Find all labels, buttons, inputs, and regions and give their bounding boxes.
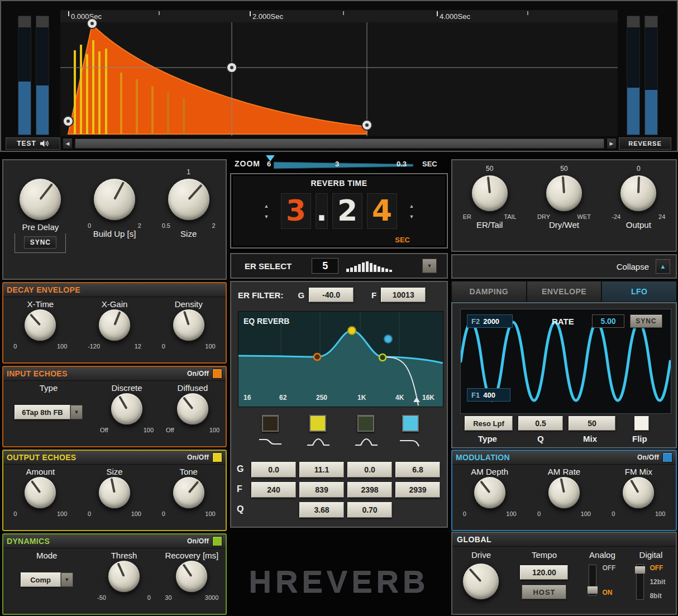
eq-band2-color-button[interactable]	[309, 415, 326, 432]
build-up-knob[interactable]	[93, 178, 136, 221]
collapse-label: Collapse	[617, 262, 649, 271]
band2-gain-field[interactable]: 11.1	[299, 462, 344, 477]
reverb-time-down-right-button[interactable]: ▼	[407, 213, 416, 220]
lfo-rate-field[interactable]: 5.00	[592, 314, 624, 328]
am-rate-knob[interactable]	[548, 476, 580, 509]
er-select-dropdown-button[interactable]: ▼	[422, 259, 437, 273]
digital-8bit-label[interactable]: 8bit	[650, 592, 665, 600]
lfo-mix-field[interactable]: 50	[569, 416, 615, 431]
low-shelf-filter-icon[interactable]	[258, 436, 283, 447]
lfo-flip-toggle[interactable]	[634, 416, 649, 431]
tempo-field[interactable]: 120.00	[520, 565, 568, 580]
digital-toggle[interactable]	[636, 564, 644, 600]
fm-mix-knob[interactable]	[622, 476, 655, 509]
eq-title: EQ REVERB	[243, 317, 289, 326]
input-echoes-toggle[interactable]	[212, 369, 222, 379]
collapse-button[interactable]: ▲	[656, 259, 670, 274]
er-select-value[interactable]: 5	[312, 258, 338, 274]
predelay-sync-button[interactable]: SYNC	[24, 236, 56, 249]
thresh-knob[interactable]	[108, 560, 140, 593]
dry-wet-knob[interactable]	[546, 175, 582, 212]
band3-q-field[interactable]: 0.70	[347, 502, 392, 518]
echo-type-dropdown-arrow[interactable]: ▼	[70, 405, 83, 419]
eq-band1-color-button[interactable]	[262, 415, 279, 432]
diffused-knob[interactable]	[176, 393, 209, 425]
dynamics-onoff-label: On/Off	[187, 537, 209, 545]
mode-dropdown[interactable]: Comp	[21, 572, 61, 587]
tab-lfo[interactable]: LFO	[601, 281, 677, 302]
band1-freq-field[interactable]: 240	[251, 482, 296, 498]
band4-gain-field[interactable]: 6.8	[395, 462, 440, 477]
eq-band3-color-button[interactable]	[357, 415, 374, 432]
zoom-scale[interactable]	[274, 161, 413, 170]
bell-filter-icon[interactable]	[306, 436, 331, 447]
eq-band3-handle[interactable]	[379, 354, 386, 361]
eq-freq-4k: 4K	[395, 394, 404, 402]
lfo-sync-button[interactable]: SYNC	[630, 314, 662, 328]
recovery-knob[interactable]	[175, 560, 208, 593]
reverb-time-up-left-button[interactable]: ▲	[262, 202, 271, 209]
digital-toggle-handle[interactable]	[634, 566, 646, 574]
reverb-time-digit-2[interactable]: 2	[332, 193, 362, 229]
am-depth-knob[interactable]	[474, 476, 506, 509]
analog-off-label[interactable]: OFF	[602, 564, 615, 572]
band2-freq-field[interactable]: 839	[299, 482, 344, 498]
scroll-right-button[interactable]: ▶	[607, 138, 617, 149]
host-button[interactable]: HOST	[522, 585, 566, 599]
dynamics-toggle[interactable]	[212, 536, 222, 546]
tab-envelope[interactable]: ENVELOPE	[527, 281, 602, 302]
lfo-f2-field[interactable]: F22000	[467, 314, 513, 328]
digital-off-label[interactable]: OFF	[650, 564, 665, 572]
eq-band4-handle[interactable]	[384, 335, 392, 343]
band1-gain-field[interactable]: 0.0	[251, 462, 296, 477]
output-knob[interactable]	[620, 175, 657, 212]
band2-q-field[interactable]: 3.68	[299, 502, 344, 518]
reverb-time-digit-1[interactable]: 3	[281, 193, 311, 229]
oe-size-knob[interactable]	[98, 476, 131, 509]
er-tail-knob[interactable]	[471, 175, 508, 212]
lfo-type-dropdown[interactable]: Reso Lpf	[465, 416, 513, 431]
eq-band4-color-button[interactable]	[402, 415, 419, 432]
tab-damping[interactable]: DAMPING	[451, 281, 527, 302]
low-pass-filter-icon[interactable]	[399, 436, 423, 447]
band3-freq-field[interactable]: 2398	[347, 482, 392, 498]
pre-delay-knob[interactable]	[19, 178, 61, 221]
mode-dropdown-arrow[interactable]: ▼	[61, 572, 73, 587]
eq-band1-handle[interactable]	[314, 354, 321, 360]
dynamics-title: DYNAMICS	[7, 537, 50, 546]
test-button[interactable]: TEST	[6, 137, 60, 150]
x-time-knob[interactable]	[24, 309, 56, 341]
size-knob[interactable]	[168, 178, 210, 221]
echo-type-dropdown[interactable]: 6Tap 8th FB	[15, 405, 70, 419]
tone-knob[interactable]	[173, 476, 205, 509]
analog-on-label[interactable]: ON	[602, 589, 615, 596]
scroll-left-button[interactable]: ◀	[63, 138, 73, 149]
band3-gain-field[interactable]: 0.0	[347, 462, 392, 477]
x-gain-knob[interactable]	[98, 309, 131, 341]
envelope-scrollbar[interactable]	[74, 138, 605, 149]
analog-toggle[interactable]	[589, 565, 596, 596]
reverse-button[interactable]: REVERSE	[619, 137, 671, 150]
amount-knob[interactable]	[24, 476, 56, 509]
bell-filter-2-icon[interactable]	[354, 436, 379, 447]
output-echoes-toggle[interactable]	[212, 452, 222, 462]
analog-toggle-handle[interactable]	[587, 586, 598, 594]
envelope-graph[interactable]: 0.000Sec 2.000Sec 4.000Sec	[60, 10, 618, 136]
er-filter-gain-field[interactable]: -40.0	[309, 288, 354, 302]
reverb-time-digit-3[interactable]: 4	[367, 193, 397, 229]
discrete-knob[interactable]	[111, 393, 143, 425]
density-knob[interactable]	[173, 309, 205, 341]
lfo-f1-field[interactable]: F1400	[467, 388, 510, 402]
modulation-toggle[interactable]	[662, 452, 672, 462]
er-select-row: ER SELECT 5 ▼	[230, 253, 448, 279]
drive-knob[interactable]	[462, 563, 499, 600]
eq-band2-handle[interactable]	[348, 327, 356, 335]
scrollbar-thumb[interactable]	[75, 139, 604, 148]
reverb-time-up-right-button[interactable]: ▲	[407, 202, 416, 209]
er-filter-freq-field[interactable]: 10013	[381, 288, 426, 302]
band4-freq-field[interactable]: 2939	[395, 482, 440, 498]
reverb-time-down-left-button[interactable]: ▼	[262, 213, 271, 220]
digital-12bit-label[interactable]: 12bit	[650, 578, 665, 586]
lfo-q-field[interactable]: 0.5	[518, 416, 563, 431]
eq-scale-marker-icon[interactable]	[413, 397, 420, 402]
